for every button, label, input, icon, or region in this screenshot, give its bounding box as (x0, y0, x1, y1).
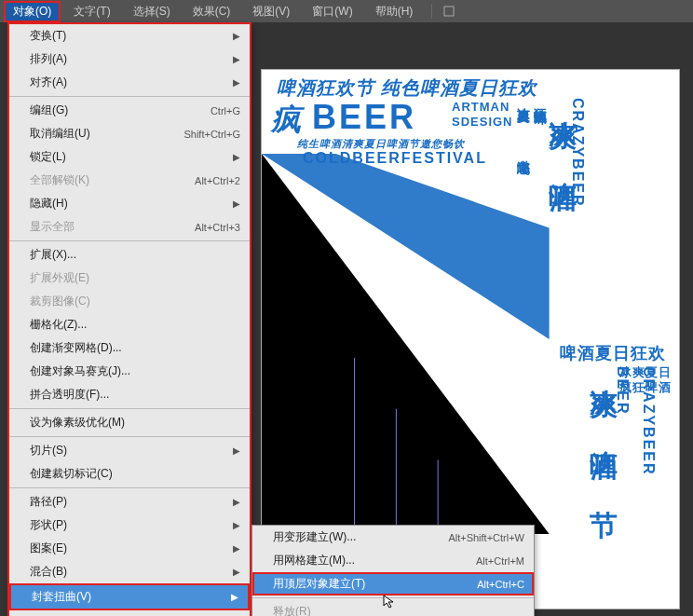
menu-shortcut: Ctrl+G (211, 105, 240, 116)
menu-label: 帮助(H) (375, 5, 414, 18)
svg-rect-5 (444, 7, 454, 16)
menu-label: 对象(O) (13, 5, 51, 18)
chevron-right-icon: ▶ (233, 77, 240, 88)
object-dropdown: 变换(T)▶排列(A)▶对齐(A)▶编组(G)Ctrl+G取消编组(U)Shif… (7, 22, 251, 616)
menu-label: 视图(V) (252, 5, 290, 18)
menu-item: 显示全部Alt+Ctrl+3 (9, 215, 250, 239)
menu-separator (9, 96, 250, 97)
menu-item-label: 裁剪图像(C) (30, 294, 90, 309)
chevron-right-icon: ▶ (233, 31, 240, 41)
menu-help[interactable]: 帮助(H) (366, 1, 423, 22)
menu-item[interactable]: 隐藏(H)▶ (9, 192, 250, 215)
menu-item[interactable]: 拼合透明度(F)... (9, 383, 250, 406)
submenu-shortcut: Alt+Shift+Ctrl+W (448, 532, 524, 543)
menu-window[interactable]: 窗口(W) (303, 1, 361, 22)
menu-item-label: 图案(E) (30, 541, 67, 556)
menu-separator (9, 436, 250, 437)
menu-item-label: 设为像素级优化(M) (30, 415, 125, 431)
menu-item-label: 对齐(A) (30, 75, 67, 90)
menu-item-label: 锁定(L) (30, 149, 66, 165)
menu-item-label: 创建渐变网格(D)... (30, 340, 122, 356)
menu-type[interactable]: 文字(T) (64, 1, 119, 22)
menu-item[interactable]: 变换(T)▶ (9, 24, 250, 48)
menu-view[interactable]: 视图(V) (243, 1, 299, 22)
menu-shortcut: Alt+Ctrl+3 (195, 222, 240, 233)
menu-item-label: 路径(P) (30, 494, 67, 510)
submenu-item-label: 释放(R) (273, 604, 311, 616)
menu-item[interactable]: 设为像素级优化(M) (9, 411, 250, 434)
menu-item-label: 全部解锁(K) (30, 172, 89, 188)
menu-item[interactable]: 编组(G)Ctrl+G (9, 99, 250, 122)
menu-item-label: 编组(G) (30, 103, 68, 118)
menu-item-label: 扩展外观(E) (30, 270, 89, 286)
menu-item-label: 混合(B) (30, 564, 67, 580)
submenu-item-label: 用变形建立(W)... (273, 529, 356, 545)
menu-item[interactable]: 创建裁切标记(C) (9, 462, 250, 486)
menu-item-label: 取消编组(U) (30, 126, 90, 142)
menu-item[interactable]: 封套扭曲(V)▶ (11, 585, 248, 609)
menu-item-label: 隐藏(H) (30, 196, 68, 212)
menu-separator (9, 408, 250, 409)
menu-item: 裁剪图像(C) (9, 290, 250, 313)
submenu-item[interactable]: 用网格建立(M)...Alt+Ctrl+M (252, 549, 534, 572)
menu-item: 全部解锁(K)Alt+Ctrl+2 (9, 169, 250, 192)
search-icon[interactable] (442, 4, 456, 19)
submenu-item[interactable]: 用顶层对象建立(T)Alt+Ctrl+C (252, 572, 534, 595)
menu-separator (9, 487, 250, 488)
menu-item-label: 栅格化(Z)... (30, 317, 87, 333)
menu-effect[interactable]: 效果(C) (183, 1, 240, 22)
menu-item[interactable]: 路径(P)▶ (9, 490, 250, 513)
submenu-shortcut: Alt+Ctrl+M (476, 555, 524, 567)
submenu-item-label: 用网格建立(M)... (273, 553, 355, 568)
menu-item[interactable]: 扩展(X)... (9, 243, 250, 267)
menu-label: 文字(T) (74, 5, 110, 18)
menu-item-label: 形状(P) (30, 517, 67, 533)
chevron-right-icon: ▶ (233, 445, 240, 456)
menubar-divider (431, 4, 432, 19)
submenu-shortcut: Alt+Ctrl+C (477, 579, 524, 590)
menu-label: 效果(C) (193, 5, 231, 18)
menu-item[interactable]: 创建对象马赛克(J)... (9, 360, 250, 383)
menu-item-label: 显示全部 (30, 219, 75, 235)
chevron-right-icon: ▶ (231, 592, 238, 602)
main-menubar: 对象(O) 文字(T) 选择(S) 效果(C) 视图(V) 窗口(W) 帮助(H… (0, 0, 693, 22)
submenu-item-label: 用顶层对象建立(T) (273, 576, 365, 592)
menu-item[interactable]: 图案(E)▶ (9, 537, 250, 560)
menu-item-label: 排列(A) (30, 51, 67, 67)
menu-separator (9, 240, 250, 241)
chevron-right-icon: ▶ (233, 497, 240, 507)
menu-label: 选择(S) (133, 5, 170, 18)
menu-item-label: 拼合透明度(F)... (30, 387, 109, 403)
menu-item[interactable]: 栅格化(Z)... (9, 313, 250, 336)
menu-item[interactable]: 取消编组(U)Shift+Ctrl+G (9, 122, 250, 145)
menu-item[interactable]: 形状(P)▶ (9, 513, 250, 537)
chevron-right-icon: ▶ (233, 198, 240, 209)
menu-select[interactable]: 选择(S) (124, 1, 180, 22)
chevron-right-icon: ▶ (233, 152, 240, 162)
menu-item[interactable]: 切片(S)▶ (9, 439, 250, 462)
menu-shortcut: Shift+Ctrl+G (183, 129, 240, 140)
cursor-icon (382, 594, 397, 612)
menu-item-label: 创建裁切标记(C) (30, 466, 113, 482)
menu-item[interactable]: 锁定(L)▶ (9, 145, 250, 169)
menu-item[interactable]: 创建渐变网格(D)... (9, 336, 250, 360)
menu-shortcut: Alt+Ctrl+2 (195, 175, 240, 186)
chevron-right-icon: ▶ (233, 567, 240, 577)
menu-item[interactable]: 排列(A)▶ (9, 48, 250, 71)
chevron-right-icon: ▶ (233, 54, 240, 64)
menu-label: 窗口(W) (312, 5, 352, 18)
menu-item-label: 创建对象马赛克(J)... (30, 363, 130, 379)
menu-item-label: 扩展(X)... (30, 247, 76, 263)
menu-item[interactable]: 混合(B)▶ (9, 560, 250, 583)
menu-object[interactable]: 对象(O) (4, 1, 61, 22)
chevron-right-icon: ▶ (233, 520, 240, 530)
menu-item: 扩展外观(E) (9, 267, 250, 290)
submenu-item[interactable]: 用变形建立(W)...Alt+Shift+Ctrl+W (252, 526, 534, 549)
chevron-right-icon: ▶ (233, 543, 240, 554)
menu-item[interactable]: 透视(P)▶ (9, 610, 250, 616)
menu-item-label: 封套扭曲(V) (32, 589, 91, 605)
menu-item[interactable]: 对齐(A)▶ (9, 71, 250, 94)
menu-item-label: 变换(T) (30, 28, 66, 44)
menu-item-label: 切片(S) (30, 443, 67, 459)
